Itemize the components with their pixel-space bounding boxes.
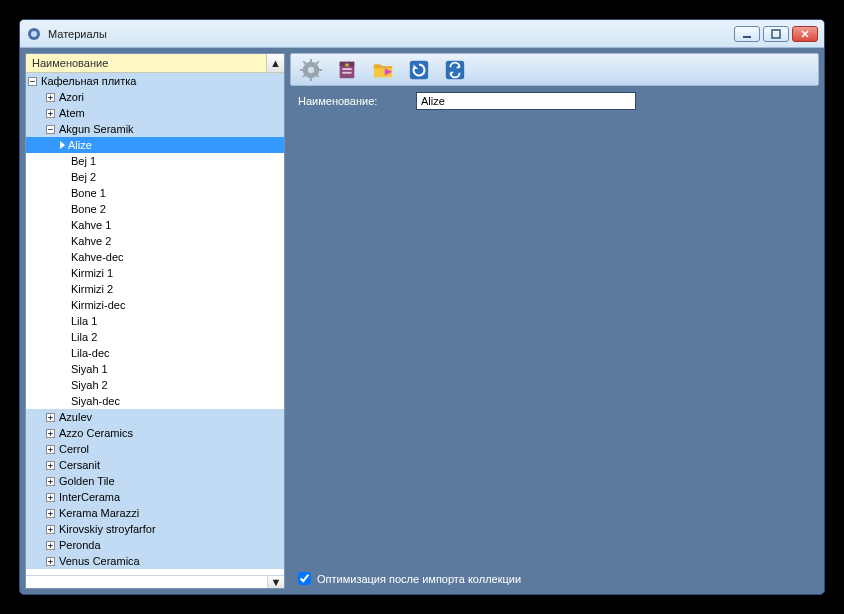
tree-item-label: Lila 2 bbox=[71, 331, 97, 343]
window-controls bbox=[734, 26, 818, 42]
svg-point-5 bbox=[308, 66, 314, 72]
expander-icon[interactable]: + bbox=[46, 477, 55, 486]
optimize-label[interactable]: Оптимизация после импорта коллекции bbox=[317, 573, 521, 585]
tree-item[interactable]: +InterCerama bbox=[26, 489, 284, 505]
tree-item[interactable]: Kahve 1 bbox=[26, 217, 284, 233]
name-input[interactable] bbox=[416, 92, 636, 110]
tree-item[interactable]: Lila-dec bbox=[26, 345, 284, 361]
tree-item[interactable]: Lila 2 bbox=[26, 329, 284, 345]
tree-item-label: Bej 2 bbox=[71, 171, 96, 183]
tree-item-label: Siyah 2 bbox=[71, 379, 108, 391]
tree-item-label: InterCerama bbox=[59, 491, 120, 503]
expander-icon[interactable]: + bbox=[46, 493, 55, 502]
tree-item-label: Кафельная плитка bbox=[41, 75, 136, 87]
tree-item-label: Bone 1 bbox=[71, 187, 106, 199]
tree-item-label: Azori bbox=[59, 91, 84, 103]
tree-item[interactable]: Siyah 2 bbox=[26, 377, 284, 393]
expander-icon[interactable]: + bbox=[46, 461, 55, 470]
titlebar[interactable]: Материалы bbox=[20, 20, 824, 48]
svg-rect-18 bbox=[345, 63, 349, 66]
tree-item[interactable]: +Kerama Marazzi bbox=[26, 505, 284, 521]
svg-rect-3 bbox=[772, 30, 780, 38]
tree-item[interactable]: +Venus Ceramica bbox=[26, 553, 284, 569]
tree-item[interactable]: −Кафельная плитка bbox=[26, 73, 284, 89]
tree-item-label: Bej 1 bbox=[71, 155, 96, 167]
svg-rect-6 bbox=[310, 59, 312, 64]
expander-icon[interactable]: + bbox=[46, 109, 55, 118]
footer-checkbox-row: Оптимизация после импорта коллекции bbox=[290, 568, 819, 589]
expander-icon[interactable]: + bbox=[46, 541, 55, 550]
tree-item-label: Kirmizi 1 bbox=[71, 267, 113, 279]
tree-item[interactable]: +Cersanit bbox=[26, 457, 284, 473]
expander-icon[interactable]: + bbox=[46, 445, 55, 454]
expander-icon[interactable]: + bbox=[46, 557, 55, 566]
minimize-button[interactable] bbox=[734, 26, 760, 42]
tree-item-label: Atem bbox=[59, 107, 85, 119]
tree-item-label: Azulev bbox=[59, 411, 92, 423]
tree-item-label: Kirmizi-dec bbox=[71, 299, 125, 311]
tree-item-label: Venus Ceramica bbox=[59, 555, 140, 567]
tree-item[interactable]: Bone 2 bbox=[26, 201, 284, 217]
expander-icon[interactable]: + bbox=[46, 509, 55, 518]
tree-item-label: Kirovskiy stroyfarfor bbox=[59, 523, 156, 535]
tree-item-label: Lila 1 bbox=[71, 315, 97, 327]
tree-header: Наименование ▲ bbox=[26, 54, 284, 73]
tree-item-label: Kerama Marazzi bbox=[59, 507, 139, 519]
tree-item[interactable]: +Azulev bbox=[26, 409, 284, 425]
tree-item[interactable]: Kirmizi 2 bbox=[26, 281, 284, 297]
reload-button[interactable] bbox=[405, 57, 433, 83]
tree-item-label: Cersanit bbox=[59, 459, 100, 471]
tree-item-label: Kahve 2 bbox=[71, 235, 111, 247]
optimize-checkbox[interactable] bbox=[298, 572, 311, 585]
tree-item[interactable]: +Azzo Ceramics bbox=[26, 425, 284, 441]
materials-window: Материалы Наименование ▲ −Кафельная плит… bbox=[19, 19, 825, 595]
tree-item[interactable]: Kirmizi-dec bbox=[26, 297, 284, 313]
tree-item-label: Golden Tile bbox=[59, 475, 115, 487]
toolbar bbox=[290, 53, 819, 86]
svg-rect-7 bbox=[310, 76, 312, 81]
tree-item[interactable]: +Peronda bbox=[26, 537, 284, 553]
reload-alt-button[interactable] bbox=[441, 57, 469, 83]
expander-icon[interactable]: + bbox=[46, 525, 55, 534]
tree-item[interactable]: Kahve 2 bbox=[26, 233, 284, 249]
tree-item-label: Akgun Seramik bbox=[59, 123, 134, 135]
tree-item[interactable]: +Atem bbox=[26, 105, 284, 121]
expander-icon[interactable]: + bbox=[46, 429, 55, 438]
tree-scroll-down[interactable]: ▼ bbox=[267, 576, 284, 588]
expander-icon[interactable]: + bbox=[46, 93, 55, 102]
tree-item[interactable]: Lila 1 bbox=[26, 313, 284, 329]
tree-item-label: Kahve-dec bbox=[71, 251, 124, 263]
tree-item[interactable]: Kirmizi 1 bbox=[26, 265, 284, 281]
tree-item[interactable]: +Azori bbox=[26, 89, 284, 105]
tree-item[interactable]: +Golden Tile bbox=[26, 473, 284, 489]
tree-item[interactable]: Bej 2 bbox=[26, 169, 284, 185]
tree-item[interactable]: Bej 1 bbox=[26, 153, 284, 169]
tree-item-selected[interactable]: Alize bbox=[26, 137, 284, 153]
tree-item-label: Kirmizi 2 bbox=[71, 283, 113, 295]
tree-item[interactable]: Bone 1 bbox=[26, 185, 284, 201]
expander-icon[interactable]: + bbox=[46, 413, 55, 422]
archive-button[interactable] bbox=[333, 57, 361, 83]
expander-icon[interactable]: − bbox=[46, 125, 55, 134]
tree-header-label[interactable]: Наименование bbox=[26, 54, 267, 72]
tree-item[interactable]: +Cerrol bbox=[26, 441, 284, 457]
maximize-button[interactable] bbox=[763, 26, 789, 42]
expander-icon[interactable]: − bbox=[28, 77, 37, 86]
tree-body[interactable]: −Кафельная плитка+Azori+Atem−Akgun Seram… bbox=[26, 73, 284, 575]
close-button[interactable] bbox=[792, 26, 818, 42]
tree-item[interactable]: Siyah 1 bbox=[26, 361, 284, 377]
tree-item[interactable]: Siyah-dec bbox=[26, 393, 284, 409]
tree-item-label: Lila-dec bbox=[71, 347, 110, 359]
tree-item-label: Azzo Ceramics bbox=[59, 427, 133, 439]
tree-item[interactable]: −Akgun Seramik bbox=[26, 121, 284, 137]
right-panel: Наименование: Оптимизация после импорта … bbox=[290, 53, 819, 589]
folder-button[interactable] bbox=[369, 57, 397, 83]
tree-item-label: Siyah 1 bbox=[71, 363, 108, 375]
window-title: Материалы bbox=[48, 28, 734, 40]
tree-item-label: Kahve 1 bbox=[71, 219, 111, 231]
content-area bbox=[290, 116, 819, 568]
tree-item[interactable]: +Kirovskiy stroyfarfor bbox=[26, 521, 284, 537]
settings-button[interactable] bbox=[297, 57, 325, 83]
tree-item[interactable]: Kahve-dec bbox=[26, 249, 284, 265]
tree-scroll-up[interactable]: ▲ bbox=[267, 54, 284, 72]
